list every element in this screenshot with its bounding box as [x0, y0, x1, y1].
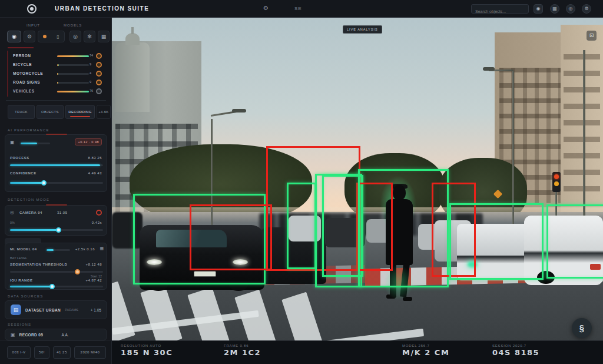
user-icon[interactable]: ◎ — [566, 4, 575, 14]
class-label: MOTORCYCLE — [13, 71, 43, 75]
class-percent: 9 — [90, 80, 91, 84]
iou-label: IOU RANGE — [10, 279, 33, 282]
sidebar: INPUT MODELS ◉ ⚙ ▯ ◎ ✻ ▦ PERSON74BICYCLE… — [0, 18, 112, 340]
sliders-button[interactable]: ⚙ — [24, 31, 35, 42]
building-tower — [115, 42, 150, 112]
tab-+4.6k[interactable]: +4.6K — [97, 105, 111, 119]
apps-icon[interactable]: ▦ — [550, 4, 559, 14]
detection-box-red — [190, 204, 272, 270]
footer-stat: 41 25 — [53, 346, 71, 359]
status-stat-value: 2M 1C2 — [224, 348, 261, 357]
accent-line — [8, 47, 34, 48]
status-stat-value: M/K 2 CM — [402, 348, 449, 357]
qr-icon[interactable]: ▦ — [100, 246, 104, 251]
tab-recording[interactable]: RECORDING — [65, 105, 95, 119]
zero-label: 0% — [10, 221, 15, 224]
confidence-slider[interactable] — [10, 182, 103, 184]
section-mode: DETECTION MODE — [8, 198, 49, 201]
mast-right — [583, 50, 585, 224]
performance-panel: ▣ +0.12 · 0.98 PROCESS 8.83 25 CONFIDENC… — [5, 134, 107, 192]
chip-icon: ▣ — [10, 140, 15, 145]
status-stat: RESOLUTION AUTO185 N 30C — [121, 344, 173, 357]
streetlamp-left-head — [232, 109, 246, 112]
divider — [6, 100, 106, 101]
power-icon[interactable] — [96, 210, 102, 216]
model-panel: ML MODEL 04 +2.5k 0.16 ▦ BAY LEVEL SEGME… — [5, 243, 107, 290]
trash-icon[interactable]: ▯ — [57, 34, 59, 39]
snowflake-icon: ✻ — [87, 34, 92, 39]
status-stat: SESSION 2020.704S 8185 — [492, 344, 539, 357]
class-bar-track — [57, 91, 89, 92]
iou-fill — [10, 286, 52, 287]
footer-stat: 50! — [34, 346, 49, 359]
building-right-front — [561, 25, 603, 219]
class-bar-fill — [57, 55, 89, 57]
class-bar-track — [57, 55, 89, 57]
dataset-value: + 1.05 — [91, 308, 101, 312]
fullscreen-icon[interactable]: ⊡ — [587, 31, 597, 41]
segmentation-slider[interactable] — [10, 271, 103, 273]
confidence-knob[interactable] — [41, 180, 47, 186]
settings-icon[interactable]: ⚙ — [582, 4, 591, 14]
detection-box-green — [546, 204, 603, 279]
record-pill[interactable]: ▯ — [38, 31, 65, 42]
segmentation-knob[interactable] — [75, 269, 80, 274]
status-stat-label: SESSION 2020.7 — [492, 344, 539, 348]
tab-objects[interactable]: OBJECTS — [37, 105, 64, 119]
class-toggle-icon[interactable] — [96, 71, 102, 77]
section-sources: DATA SOURCES — [8, 294, 44, 298]
class-row[interactable]: MOTORCYCLE4 — [0, 70, 112, 78]
alert-badge: +0.12 · 0.98 — [75, 138, 102, 145]
camera-value: 0.42s — [92, 221, 102, 224]
record-dot-icon[interactable] — [43, 35, 47, 38]
status-bar-stats: RESOLUTION AUTO185 N 30CFRAME 0.862M 1C2… — [112, 341, 603, 364]
session-value: A.A. — [61, 333, 68, 337]
camera-slider[interactable] — [10, 229, 103, 231]
snowflake-button[interactable]: ✻ — [84, 31, 95, 42]
panel-accent — [46, 204, 67, 206]
search-box[interactable] — [471, 4, 529, 14]
class-row[interactable]: BICYCLE9 — [0, 61, 112, 70]
class-toggle-icon[interactable] — [96, 80, 102, 85]
class-percent: 9 — [90, 62, 91, 66]
footer-stat: 003 I-V — [7, 346, 31, 359]
video-viewport[interactable]: LIVE ANALYSIS ⊡ § — [112, 18, 603, 340]
record-icon: ▣ — [11, 332, 15, 337]
camera-icon: ◉ — [12, 34, 16, 39]
menu-label[interactable]: SE — [294, 6, 302, 11]
camera-button[interactable]: ◉ — [7, 31, 21, 42]
camera-mid-value: 31.05 — [57, 211, 68, 214]
class-percent: 74 — [90, 54, 93, 57]
target-button[interactable]: ◎ — [69, 31, 81, 42]
layers-icon[interactable]: ⚙ — [263, 5, 269, 11]
dataset-card[interactable]: ▤ DATASET URBAN PARAMS + 1.05 — [5, 300, 107, 319]
session-card[interactable]: ▣ RECORD 05 A.A. — [5, 329, 107, 340]
class-bar-fill — [57, 73, 58, 75]
camera-panel: ◎ CAMERA 04 31.05 0% 0.42s — [5, 205, 107, 236]
dataset-meta: PARAMS — [65, 308, 78, 312]
iou-slider[interactable] — [10, 286, 103, 287]
model-value: +2.5k 0.16 — [75, 247, 95, 251]
tab-track[interactable]: TRACK — [8, 105, 35, 119]
confidence-value: 4.49 43 — [88, 171, 102, 175]
class-row[interactable]: PERSON74 — [0, 52, 112, 61]
ai-assistant-fab[interactable]: § — [572, 318, 592, 338]
input-group-label: INPUT — [26, 24, 40, 27]
class-bar-track — [57, 64, 89, 66]
camera-knob[interactable] — [56, 227, 61, 233]
class-toggle-icon[interactable] — [96, 53, 102, 59]
status-stat: FRAME 0.862M 1C2 — [224, 344, 261, 357]
class-toggle-icon[interactable] — [96, 62, 102, 68]
capture-icon[interactable]: ◉ — [534, 4, 543, 14]
process-bar-track[interactable] — [10, 164, 103, 166]
iou-knob[interactable] — [49, 284, 55, 289]
model-bar-track — [47, 249, 70, 251]
traffic-light — [552, 172, 561, 192]
document-icon: ▤ — [11, 305, 21, 315]
search-input[interactable] — [472, 8, 528, 16]
class-toggle-icon[interactable] — [96, 88, 102, 94]
confidence-fill — [10, 182, 44, 184]
class-row[interactable]: ROAD SIGNS9 — [0, 78, 112, 87]
class-row[interactable]: VEHICLES76 — [0, 87, 112, 96]
grid-button[interactable]: ▦ — [98, 31, 110, 42]
